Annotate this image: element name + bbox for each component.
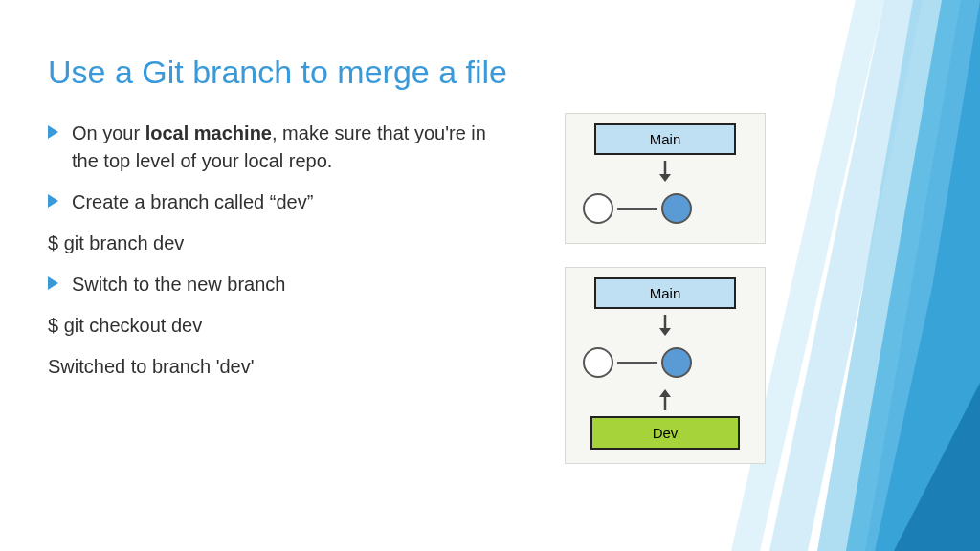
- commit-node-head: [661, 347, 692, 378]
- svg-marker-6: [659, 174, 671, 182]
- arrow-up-icon: [656, 387, 675, 412]
- commit-link: [617, 362, 657, 364]
- triangle-bullet-icon: [48, 125, 58, 139]
- git-diagram-main: Main: [565, 113, 766, 244]
- triangle-bullet-icon: [48, 276, 58, 290]
- commit-node-head: [661, 193, 692, 224]
- command-line: $ git branch dev: [48, 230, 507, 257]
- bullet-text-bold: local machine: [145, 122, 272, 143]
- triangle-bullet-icon: [48, 194, 58, 208]
- bullet-text: Create a branch called “dev”: [72, 188, 507, 216]
- commit-row: [575, 342, 755, 384]
- commit-row: [575, 187, 755, 230]
- bullet-item: On your local machine, make sure that yo…: [48, 120, 507, 175]
- commit-node: [583, 347, 613, 378]
- svg-marker-8: [659, 328, 671, 336]
- main-branch-box: Main: [594, 123, 736, 155]
- commit-link: [617, 208, 657, 210]
- command-line: $ git checkout dev: [48, 312, 507, 340]
- bullet-item: Switch to the new branch: [48, 271, 507, 298]
- arrow-down-icon: [656, 313, 675, 338]
- git-diagram-main-dev: Main Dev: [565, 267, 766, 464]
- background-decoration: [731, 0, 980, 551]
- commit-node: [583, 193, 613, 224]
- bullet-text: Switch to the new branch: [72, 271, 507, 298]
- dev-branch-box: Dev: [590, 416, 740, 450]
- bullet-item: Create a branch called “dev”: [48, 188, 507, 216]
- arrow-down-icon: [656, 159, 675, 184]
- main-branch-box: Main: [594, 277, 736, 309]
- slide-title: Use a Git branch to merge a file: [48, 54, 507, 91]
- command-output: Switched to branch 'dev': [48, 353, 507, 381]
- bullet-text-part: On your: [72, 122, 145, 143]
